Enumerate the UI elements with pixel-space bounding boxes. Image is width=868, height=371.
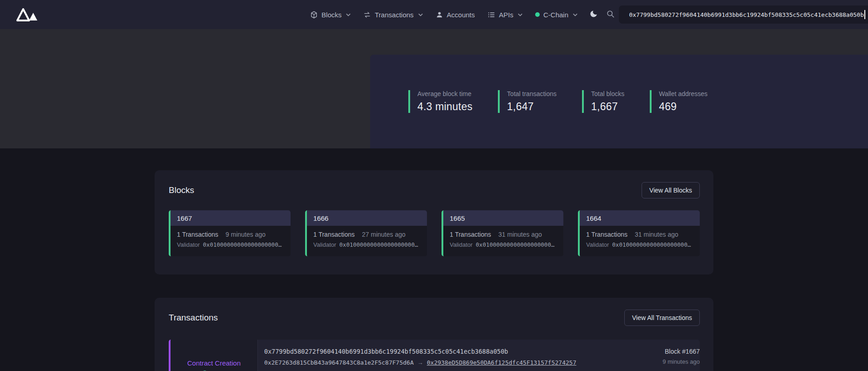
search-input-value: 0x7799bd580272f9604140b6991d3bb6c19924bf…	[629, 11, 864, 18]
transaction-status-badge: Success	[203, 369, 225, 371]
block-age: 31 minutes ago	[498, 231, 542, 238]
cube-icon	[310, 11, 318, 19]
transactions-section-header: Transactions View All Transactions	[169, 310, 700, 326]
block-number[interactable]: 1665	[450, 214, 465, 222]
transactions-icon	[363, 11, 371, 19]
block-number[interactable]: 1664	[586, 214, 601, 222]
blocks-section-header: Blocks View All Blocks	[169, 182, 700, 198]
stat-value: 1,647	[507, 101, 557, 113]
stat-wallet-addresses: Wallet addresses 469	[650, 90, 707, 113]
blocks-section: Blocks View All Blocks 1667 1 Transactio…	[155, 170, 713, 274]
block-card-header: 1667	[171, 210, 291, 226]
validator-label: Validator	[177, 241, 200, 248]
block-card[interactable]: 1665 1 Transactions 31 minutes ago Valid…	[442, 210, 563, 256]
nav-label: APIs	[499, 11, 513, 19]
hero-section: Average block time 4.3 minutes Total tra…	[0, 29, 868, 148]
chevron-down-icon	[573, 13, 577, 16]
block-number[interactable]: 1667	[177, 214, 192, 222]
from-address[interactable]: 0x2E7263d815CbB43a9647843C8a1e2F5c87F75d…	[264, 359, 414, 366]
network-stats-panel: Average block time 4.3 minutes Total tra…	[370, 55, 868, 148]
validator-address[interactable]: 0x01000000000000000000000000000000000000…	[612, 241, 693, 248]
stat-average-block-time: Average block time 4.3 minutes	[408, 90, 472, 113]
block-card-body: 1 Transactions 31 minutes ago Validator …	[443, 226, 563, 248]
nav-label: Blocks	[321, 11, 341, 19]
block-card-body: 1 Transactions 27 minutes ago Validator …	[307, 226, 427, 248]
stat-label: Wallet addresses	[659, 90, 707, 97]
block-card-body: 1 Transactions 9 minutes ago Validator 0…	[171, 226, 291, 248]
api-list-icon	[487, 11, 495, 19]
stat-label: Total transactions	[507, 90, 557, 97]
transaction-block-link[interactable]: Block #1667	[609, 348, 700, 355]
nav-label: Transactions	[375, 11, 413, 19]
block-tx-count: 1 Transactions	[450, 231, 491, 238]
validator-label: Validator	[313, 241, 336, 248]
block-tx-count: 1 Transactions	[177, 231, 218, 238]
validator-address[interactable]: 0x01000000000000000000000000000000000000…	[476, 241, 557, 248]
block-age: 27 minutes ago	[362, 231, 406, 238]
validator-address[interactable]: 0x01000000000000000000000000000000000000…	[339, 241, 421, 248]
nav-label: C-Chain	[543, 11, 568, 19]
block-card-body: 1 Transactions 31 minutes ago Validator …	[580, 226, 700, 248]
block-number[interactable]: 1666	[313, 214, 328, 222]
chevron-down-icon	[518, 13, 522, 16]
chevron-down-icon	[418, 13, 423, 16]
transaction-age: 9 minutes ago	[609, 358, 700, 365]
chevron-down-icon	[346, 13, 351, 16]
main-nav: Blocks Transactions	[310, 11, 577, 19]
search-icon	[606, 10, 615, 20]
validator-address[interactable]: 0x01000000000000000000000000000000000000…	[203, 241, 284, 248]
stat-value: 4.3 minutes	[417, 101, 472, 113]
nav-item-apis[interactable]: APIs	[487, 11, 522, 19]
transaction-addresses: 0x2E7263d815CbB43a9647843C8a1e2F5c87F75d…	[264, 359, 609, 366]
transactions-section-title: Transactions	[169, 313, 218, 323]
dark-mode-toggle[interactable]	[589, 10, 598, 20]
stat-total-transactions: Total transactions 1,647	[498, 90, 557, 113]
block-tx-count: 1 Transactions	[313, 231, 355, 238]
block-age: 31 minutes ago	[635, 231, 678, 238]
moon-icon	[589, 10, 598, 20]
text-caret	[864, 10, 865, 19]
transaction-meta: Block #1667 9 minutes ago	[609, 340, 700, 371]
nav-item-network-selector[interactable]: C-Chain	[535, 11, 577, 19]
search-bar: 0x7799bd580272f9604140b6991d3bb6c19924bf…	[606, 5, 868, 24]
stat-total-blocks: Total blocks 1,667	[582, 90, 624, 113]
view-all-transactions-button[interactable]: View All Transactions	[624, 310, 700, 326]
arrow-right-icon: →	[417, 359, 423, 366]
person-icon	[436, 11, 443, 19]
transaction-hash[interactable]: 0x7799bd580272f9604140b6991d3bb6c19924bf…	[264, 348, 609, 355]
block-tx-count: 1 Transactions	[586, 231, 627, 238]
nav-item-blocks[interactable]: Blocks	[310, 11, 351, 19]
chain-status-dot	[535, 12, 540, 17]
block-card-header: 1665	[443, 210, 563, 226]
avalanche-logo[interactable]	[15, 7, 45, 22]
transaction-row[interactable]: Contract Creation Success 0x7799bd580272…	[169, 340, 700, 371]
stat-value: 469	[659, 101, 707, 113]
top-navbar: Blocks Transactions	[0, 0, 868, 29]
transaction-type-cell: Contract Creation Success	[171, 340, 258, 371]
validator-label: Validator	[586, 241, 609, 248]
explorer-page: Blocks Transactions	[0, 0, 868, 371]
transaction-details: 0x7799bd580272f9604140b6991d3bb6c19924bf…	[258, 340, 609, 371]
blocks-section-title: Blocks	[169, 185, 194, 195]
nav-item-accounts[interactable]: Accounts	[436, 11, 475, 19]
transactions-section: Transactions View All Transactions Contr…	[155, 298, 713, 371]
view-all-blocks-button[interactable]: View All Blocks	[642, 182, 700, 198]
validator-label: Validator	[450, 241, 472, 248]
block-card[interactable]: 1664 1 Transactions 31 minutes ago Valid…	[578, 210, 700, 256]
stat-value: 1,667	[591, 101, 624, 113]
stat-label: Total blocks	[591, 90, 624, 97]
nav-label: Accounts	[447, 11, 475, 19]
block-card[interactable]: 1667 1 Transactions 9 minutes ago Valida…	[169, 210, 291, 256]
block-list: 1667 1 Transactions 9 minutes ago Valida…	[169, 210, 700, 256]
block-age: 9 minutes ago	[226, 231, 266, 238]
block-card-header: 1664	[580, 210, 700, 226]
block-card-header: 1666	[307, 210, 427, 226]
search-input[interactable]: 0x7799bd580272f9604140b6991d3bb6c19924bf…	[619, 5, 868, 24]
nav-item-transactions[interactable]: Transactions	[363, 11, 422, 19]
transaction-type: Contract Creation	[187, 359, 241, 367]
to-address-link[interactable]: 0x2938eD5D869e50DA6f125dfc45F13157f52742…	[427, 359, 577, 366]
stat-label: Average block time	[417, 90, 472, 97]
block-card[interactable]: 1666 1 Transactions 27 minutes ago Valid…	[305, 210, 427, 256]
